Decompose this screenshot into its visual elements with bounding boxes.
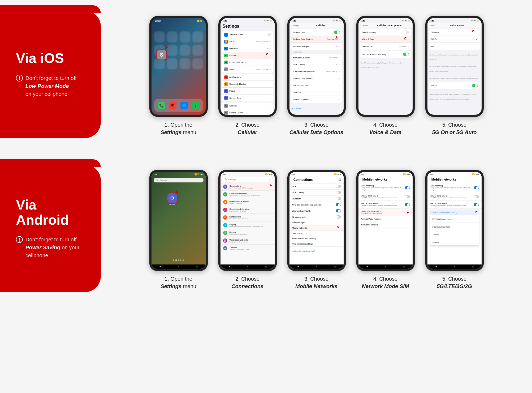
cellular-options-arrow: ➤ (335, 35, 338, 39)
ios-hotspot-row: Personal Hotspot On › (291, 43, 342, 50)
conn-uwb-row: Ultra-wideband (UWB) (289, 208, 344, 214)
control-center-icon: C (224, 111, 228, 115)
modes-icon: ◉ (223, 200, 227, 204)
ios-5g-on-desc: 5G On uses 5G whenever it is available, … (427, 62, 482, 74)
ios-settings-row-cellular[interactable]: C Cellular › ➤ (222, 52, 273, 59)
android-phone-3: 4:06 📶🔋 85% ‹ Connections 🔍 (287, 170, 346, 271)
android-home-screen: 2:19 📶🔋 25% 🔍Search ⚙ S (152, 172, 206, 269)
android-mobile-networks-screen: 4:00 📶🔋 87% ‹ Mobile networks (358, 172, 413, 269)
android-banner: Via Android ! Don't forget to turn off P… (0, 165, 101, 292)
android-search-bar[interactable]: 🔍 Settings ⋮ (222, 177, 273, 182)
ios-settings-title: Settings (220, 23, 275, 30)
conn-help-row: Looking for something else? (289, 247, 344, 254)
android-settings-nav-bar: ☰ ⚬ ◁ (220, 264, 275, 269)
android-step-4: 4:00 📶🔋 87% ‹ Mobile networks (354, 170, 417, 290)
android-modes-row: ◉ Modes and Routines Modes · Routines (220, 198, 275, 206)
android-themes-row: ◈ Themes Themes · Wallpapers · Icons (220, 245, 275, 252)
ios-cellular-screen: 15.52 all 4G 🔋 ‹ Settings Cellular (289, 18, 344, 115)
nm-5g-lte-option[interactable]: 5G/LTE/3G/2G (auto connect) ➤ (430, 210, 479, 215)
android-connections-screen: 4:06 📶🔋 85% ‹ Connections 🔍 (289, 172, 344, 269)
voice-data-arrow: ➤ (404, 35, 407, 40)
android-settings-list: ⚙ Connections Wi-Fi · Bluetooth · NFC · … (220, 183, 275, 264)
volte-toggle (472, 84, 478, 87)
data-roaming-toggle (403, 31, 409, 34)
ios-5g-auto-row[interactable]: 5G Auto ➤ (429, 29, 480, 36)
conn-sim-row: SIM manager › (289, 220, 344, 225)
nm-volte-esim: VoLTE calls eSIM 1 Use LTE data networks… (427, 201, 482, 209)
screentime-icon: T (224, 96, 228, 100)
mn-network-mode-row[interactable]: Network mode SIM 1 5G/LTE/3G/2G (auto co… (358, 209, 413, 216)
android-connections-nav-bar: ☰ ⚬ ◁ (289, 264, 344, 269)
ios-step-5-label: 5. Choose5G On or 5G Auto (432, 121, 477, 136)
android-network-mode-screen: 4:01 📶🔋 87% ‹ Mobile networks (427, 172, 482, 269)
nm-2g-option[interactable]: 2G only (430, 238, 479, 245)
ios-carrier-services-row: Carrier Services › (291, 82, 342, 89)
android-banner-note: ! Don't forget to turn off Power Saving … (16, 236, 90, 259)
bluetooth-icon: B (224, 47, 228, 50)
android-step-3: 4:06 📶🔋 85% ‹ Connections 🔍 (285, 170, 348, 290)
android-connections-row[interactable]: ⚙ Connections Wi-Fi · Bluetooth · NFC · … (220, 183, 275, 191)
ios-banner: Via iOS ! Don't forget to turn offLow Po… (0, 11, 101, 138)
ios-limit-ip-desc: Limit IP address tracking by hiding your… (358, 59, 413, 70)
conn-mobile-networks-row[interactable]: Mobile networks ➤ (289, 225, 344, 231)
ios-step-1-label: 1. Open theSettings menu (161, 121, 196, 136)
android-banner-note-icon: ! (16, 236, 23, 243)
volte-esim-toggle (405, 203, 410, 206)
android-section: Via Android ! Don't forget to turn off P… (0, 165, 532, 292)
android-connections-header: ‹ Connections 🔍 (289, 176, 344, 183)
conn-wifi-calling-row: Wi-Fi Calling (289, 190, 344, 196)
ios-5g-on-row[interactable]: 5G On ✓ (429, 36, 480, 43)
ios-settings-group-1: ✈ Airplane Mode 📶 Wi-Fi Not Connected › (222, 31, 273, 73)
ios-4g-row[interactable]: 4G (429, 43, 480, 50)
android-step-2: 4:02 📶🔋 86% 🔍 Settings ⋮ ⚙ (216, 170, 279, 290)
ios-cellular-options-row[interactable]: Cellular Data Options Roaming Off › ➤ (291, 36, 342, 43)
nm-volte-esim-toggle (474, 203, 479, 206)
page-wrapper: Via iOS ! Don't forget to turn offLow Po… (0, 0, 532, 319)
mn-volte-esim: VoLTE calls eSIM 1 Use LTE data networks… (358, 201, 413, 209)
ios-voice-nav: ‹ Back Voice & Data (427, 23, 482, 28)
nm-3g2g-option[interactable]: 3G/2G (auto connect) (430, 222, 479, 230)
airplane-icon: ✈ (224, 33, 228, 37)
ios-5g-impact-desc: 5G may impact battery life and reliabili… (427, 74, 482, 81)
wifi-toggle (336, 185, 341, 188)
nm-lte-option[interactable]: LTE/3G/2G (auto connect) (430, 215, 479, 222)
ios-cellular-network-row: Cellular Data Network › (291, 75, 342, 82)
ios-voice-status: 15.52 all 4G 🔋 (427, 18, 482, 23)
android-section-row: Via Android ! Don't forget to turn off P… (0, 165, 532, 292)
battery-icon: 🔋 (223, 231, 227, 235)
cellular-icon: C (224, 54, 228, 57)
android-phone-1: 2:19 📶🔋 25% 🔍Search ⚙ S (149, 170, 208, 271)
android-phone-2: 4:02 📶🔋 86% 🔍 Settings ⋮ ⚙ (218, 170, 277, 271)
ios-banner-note: ! Don't forget to turn offLow Power Mode… (16, 74, 90, 98)
ios-step-2: 15.52 all 4G 🔋 Settings ✈ Airplane Mode (216, 16, 279, 136)
focus-icon: F (224, 89, 228, 93)
ios-settings-row-airplane: ✈ Airplane Mode (222, 31, 273, 38)
conn-nfc-row: NFC and contactless payments (289, 202, 344, 208)
ios-voice-data-row[interactable]: Voice & Data 4G › ➤ (360, 36, 411, 43)
display-icon: ☀ (223, 223, 227, 227)
5g-on-check: ✓ (476, 38, 478, 41)
android-sounds-row: 🔊 Sounds and vibration Sound mode · Ring… (220, 206, 275, 214)
ios-options-nav: ‹ Cellular Cellular Data Options (358, 23, 413, 28)
cellular-data-toggle (334, 31, 340, 34)
5g-auto-arrow: ➤ (472, 29, 475, 33)
ios-options-group-2: Limit IP Address Tracking (360, 51, 411, 58)
5g-option-arrow: ➤ (475, 210, 478, 213)
hotspot-icon: H (224, 61, 228, 64)
nm-data-roaming: Data roaming Using mobile data while roa… (427, 183, 482, 193)
android-step-5: 4:01 📶🔋 87% ‹ Mobile networks (423, 170, 486, 290)
ios-settings-row-vpn: V VPN Not Connected › (222, 66, 273, 73)
notif-icon: 🔔 (223, 215, 227, 220)
android-step-4-label: 4. ChooseNetwork Mode SIM (362, 275, 409, 290)
android-step-1-label: 1. Open theSettings menu (161, 275, 196, 290)
notifications-icon: N (224, 75, 228, 79)
ios-cellular-list: Cellular Data Cellular Data Options Roam… (289, 28, 344, 115)
android-step-2-label: 2. ChooseConnections (231, 275, 263, 290)
volte-sim1-toggle (405, 195, 410, 198)
ios-step-3: 15.52 all 4G 🔋 ‹ Settings Cellular (285, 16, 348, 136)
nfc-toggle (336, 203, 341, 206)
conn-data-usage-row: Data usage › (289, 231, 344, 236)
mn-volte-sim1: VoLTE calls SIM 1 Use LTE data networks … (358, 193, 413, 201)
nm-3g-option[interactable]: 3G only (430, 230, 479, 238)
connections-list: Wi-Fi Wi-Fi Calling Bluetooth (289, 183, 344, 264)
